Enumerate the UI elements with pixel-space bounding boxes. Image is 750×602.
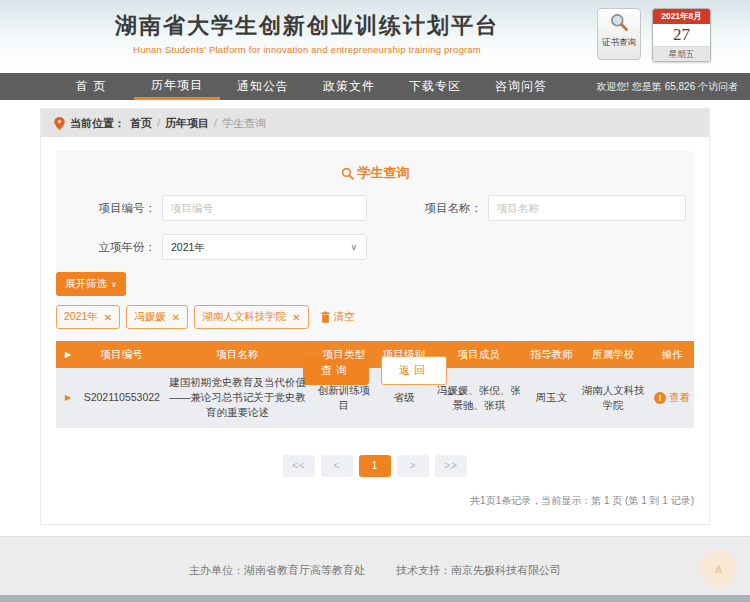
footer-support: 技术支持：南京先极科技有限公司 [396,564,561,576]
year-select[interactable]: 2021年 ∨ [162,234,367,260]
clear-filters-label: 清空 [334,310,355,324]
magnifier-icon [609,18,629,35]
breadcrumb-home[interactable]: 首页 [130,116,152,131]
calendar-month: 2021年8月 [653,9,710,24]
filter-tags-row: 2021年 ✕ 冯媛媛 ✕ 湖南人文科技学院 ✕ 清空 [56,305,694,329]
search-icon [341,167,354,180]
chevron-up-icon: ∧ [713,561,724,576]
bottom-strip [0,595,750,602]
year-select-value: 2021年 [171,241,205,253]
expand-all-icon: ▶ [56,349,80,361]
col-project-level: 项目级别 [377,347,431,362]
expand-row-icon[interactable]: ▶ [56,392,80,404]
breadcrumb-label: 当前位置： [70,116,125,131]
row-project-level: 省级 [377,390,431,405]
nav-item-policies[interactable]: 政策文件 [306,73,392,100]
info-icon: ! [654,392,666,404]
calendar-widget: 2021年8月 27 星期五 [652,8,711,62]
row-project-type: 创新训练项目 [311,383,377,413]
pagination: << < 1 > >> [41,455,709,477]
nav-item-qa[interactable]: 咨询问答 [478,73,564,100]
breadcrumb-past-projects[interactable]: 历年项目 [165,116,209,131]
location-pin-icon [54,117,65,130]
results-table: ▶ 项目编号 项目名称 项目类型 项目级别 项目成员 指导教师 所属学校 操作 … [56,341,694,428]
col-project-name: 项目名称 [164,347,312,362]
remove-tag-icon[interactable]: ✕ [292,312,300,323]
row-school: 湖南人文科技学院 [576,383,650,413]
pagination-prev-button[interactable]: < [321,455,353,477]
visitor-counter: 欢迎您! 您是第 65,826 个访问者 [596,73,738,100]
footer-host: 主办单位：湖南省教育厅高等教育处 [189,564,365,576]
filter-tag-label: 湖南人文科技学院 [202,310,286,324]
col-project-type: 项目类型 [311,347,377,362]
form-row-2: 立项年份： 2021年 ∨ [56,234,694,260]
calendar-day: 27 [653,24,710,46]
nav-item-home[interactable]: 首 页 [48,73,134,100]
breadcrumb: 当前位置：首页 / 历年项目 / 学生查询 [41,109,709,137]
nav-item-downloads[interactable]: 下载专区 [392,73,478,100]
table-row: ▶ S202110553022 建国初期党史教育及当代价值——兼论习总书记关于党… [56,368,694,428]
project-name-label: 项目名称： [367,201,482,216]
student-query-panel: 学生查询 项目编号： 项目名称： 立项年份： 2021年 ∨ 展开筛选 ∨ [56,151,694,341]
filter-tag-year: 2021年 ✕ [56,305,120,329]
remove-tag-icon[interactable]: ✕ [172,312,180,323]
pagination-last-button[interactable]: >> [435,455,467,477]
back-to-top-button[interactable]: ∧ [700,550,737,587]
row-project-name: 建国初期党史教育及当代价值——兼论习总书记关于党史教育的重要论述 [164,375,312,421]
view-button-label: 查看 [669,390,690,405]
nav-item-notices[interactable]: 通知公告 [220,73,306,100]
page-footer: 主办单位：湖南省教育厅高等教育处 技术支持：南京先极科技有限公司 ∧ [0,536,750,602]
content-card: 当前位置：首页 / 历年项目 / 学生查询 学生查询 项目编号： 项目名称： 立… [40,108,710,525]
site-branding: 湖南省大学生创新创业训练计划平台 Hunan Students' Platfor… [115,11,499,55]
site-title: 湖南省大学生创新创业训练计划平台 [115,11,499,41]
site-subtitle: Hunan Students' Platform for innovation … [115,44,499,55]
panel-title: 学生查询 [56,164,694,182]
trash-icon [320,311,331,323]
project-code-label: 项目编号： [56,201,156,216]
expand-filter-button[interactable]: 展开筛选 ∨ [56,272,126,296]
expand-filter-label: 展开筛选 [65,277,107,291]
pagination-next-button[interactable]: > [397,455,429,477]
chevron-down-icon: ∨ [350,235,357,259]
col-members: 项目成员 [431,347,527,362]
view-button[interactable]: ! 查看 [654,390,690,405]
project-code-input[interactable] [162,195,367,221]
remove-tag-icon[interactable]: ✕ [104,312,112,323]
breadcrumb-separator: / [157,117,160,129]
row-members: 冯媛媛、张倪、张景驰、张琪 [431,383,527,413]
main-content: 当前位置：首页 / 历年项目 / 学生查询 学生查询 项目编号： 项目名称： 立… [0,100,750,525]
form-row-1: 项目编号： 项目名称： [56,195,694,221]
chevron-down-icon: ∨ [111,280,117,289]
main-nav: 首 页 历年项目 通知公告 政策文件 下载专区 咨询问答 欢迎您! 您是第 65… [0,73,750,100]
clear-filters-button[interactable]: 清空 [320,310,355,324]
certificate-query-button[interactable]: 证书查询 [597,8,641,60]
row-actions: ! 查看 [650,390,694,406]
filter-tag-label: 冯媛媛 [134,310,166,324]
breadcrumb-separator: / [214,117,217,129]
project-name-input[interactable] [488,195,686,221]
panel-title-text: 学生查询 [358,164,410,182]
page-header: 湖南省大学生创新创业训练计划平台 Hunan Students' Platfor… [0,0,750,73]
year-label: 立项年份： [56,240,156,255]
records-summary: 共1页1条记录，当前显示：第 1 页 (第 1 到 1 记录) [56,494,694,524]
row-project-code: S202110553022 [80,390,164,405]
pagination-page-1[interactable]: 1 [359,455,391,477]
calendar-weekday: 星期五 [653,46,710,61]
col-school: 所属学校 [576,347,650,362]
table-header-row: ▶ 项目编号 项目名称 项目类型 项目级别 项目成员 指导教师 所属学校 操作 [56,341,694,368]
row-teacher: 周玉文 [527,390,577,405]
filter-tag-label: 2021年 [64,310,98,324]
pagination-first-button[interactable]: << [283,455,315,477]
col-actions: 操作 [650,347,694,362]
filter-tag-student: 冯媛媛 ✕ [126,305,188,329]
filter-tag-school: 湖南人文科技学院 ✕ [194,305,308,329]
breadcrumb-student-query: 学生查询 [222,116,266,131]
col-teacher: 指导教师 [527,347,577,362]
col-project-code: 项目编号 [80,347,164,362]
nav-item-past-projects[interactable]: 历年项目 [134,73,220,100]
certificate-query-label: 证书查询 [598,37,640,49]
